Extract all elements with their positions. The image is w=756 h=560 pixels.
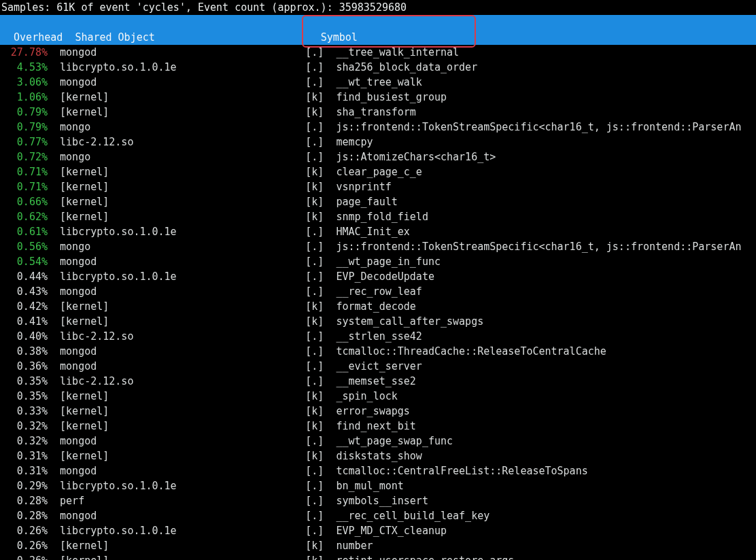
perf-row[interactable]: 0.72% mongo [.] js::AtomizeChars<char16_…: [0, 150, 756, 164]
symbol-name: HMAC_Init_ex: [336, 224, 409, 239]
symbol-name: tcmalloc::CentralFreeList::ReleaseToSpan…: [336, 463, 587, 478]
symbol-tag: [.]: [305, 75, 324, 90]
symbol-tag: [.]: [305, 45, 324, 60]
symbol-tag: [k]: [305, 194, 324, 209]
perf-row[interactable]: 0.31% [kernel] [k] diskstats_show: [0, 449, 756, 463]
symbol-tag: [.]: [305, 239, 324, 254]
perf-row[interactable]: 0.42% [kernel] [k] format_decode: [0, 299, 756, 314]
perf-row[interactable]: 0.31% mongod [.] tcmalloc::CentralFreeLi…: [0, 463, 756, 478]
symbol-name: bn_mul_mont: [336, 478, 403, 493]
shared-object: mongod: [60, 344, 97, 359]
perf-row[interactable]: 0.77% libc-2.12.so [.] memcpy: [0, 135, 756, 150]
symbol-name: number: [336, 538, 373, 553]
symbol-name: __tree_walk_internal: [336, 45, 459, 60]
symbol-tag: [k]: [305, 164, 324, 179]
perf-row[interactable]: 0.71% [kernel] [k] vsnprintf: [0, 179, 756, 194]
perf-row[interactable]: 0.26% libcrypto.so.1.0.1e [.] EVP_MD_CTX…: [0, 523, 756, 538]
shared-object: mongod: [60, 45, 97, 60]
overhead-value: 0.79%: [1, 120, 48, 135]
shared-object: mongo: [60, 239, 90, 254]
overhead-value: 0.28%: [1, 508, 48, 523]
perf-row[interactable]: 0.38% mongod [.] tcmalloc::ThreadCache::…: [0, 344, 756, 359]
symbol-name: snmp_fold_field: [336, 209, 428, 224]
perf-row[interactable]: 3.06% mongod [.] __wt_tree_walk: [0, 75, 756, 90]
overhead-value: 0.29%: [1, 478, 48, 493]
perf-row[interactable]: 0.28% mongod [.] __rec_cell_build_leaf_k…: [0, 508, 756, 523]
perf-row[interactable]: 0.33% [kernel] [k] error_swapgs: [0, 404, 756, 419]
perf-row[interactable]: 0.62% [kernel] [k] snmp_fold_field: [0, 209, 756, 224]
shared-object: [kernel]: [60, 449, 109, 463]
shared-object: libcrypto.so.1.0.1e: [60, 523, 177, 538]
symbol-name: __wt_tree_walk: [336, 75, 422, 90]
symbol-name: __rec_cell_build_leaf_key: [336, 508, 489, 523]
perf-row[interactable]: 4.53% libcrypto.so.1.0.1e [.] sha256_blo…: [0, 60, 756, 75]
symbol-name: __rec_row_leaf: [336, 284, 422, 299]
perf-row[interactable]: 0.29% libcrypto.so.1.0.1e [.] bn_mul_mon…: [0, 478, 756, 493]
symbol-tag: [.]: [305, 523, 324, 538]
perf-row[interactable]: 0.32% [kernel] [k] find_next_bit: [0, 419, 756, 434]
shared-object: [kernel]: [60, 299, 109, 314]
overhead-value: 0.41%: [1, 314, 48, 329]
symbol-name: __evict_server: [336, 359, 422, 374]
header-gap2: [155, 31, 321, 43]
perf-row[interactable]: 0.40% libc-2.12.so [.] __strlen_sse42: [0, 329, 756, 344]
perf-row[interactable]: 0.79% [kernel] [k] sha_transform: [0, 105, 756, 120]
perf-row[interactable]: 0.79% mongo [.] js::frontend::TokenStrea…: [0, 120, 756, 135]
perf-row[interactable]: 0.56% mongo [.] js::frontend::TokenStrea…: [0, 239, 756, 254]
perf-row[interactable]: 1.06% [kernel] [k] find_busiest_group: [0, 90, 756, 105]
symbol-tag: [k]: [305, 179, 324, 194]
header-symbol: Symbol: [321, 31, 358, 43]
shared-object: mongod: [60, 284, 97, 299]
overhead-value: 0.35%: [1, 374, 48, 389]
shared-object: [kernel]: [60, 90, 109, 105]
symbol-name: clear_page_c_e: [336, 164, 422, 179]
perf-row[interactable]: 27.78% mongod [.] __tree_walk_internal: [0, 45, 756, 60]
shared-object: mongo: [60, 120, 90, 135]
overhead-value: 0.43%: [1, 284, 48, 299]
symbol-name: vsnprintf: [336, 179, 391, 194]
symbol-name: symbols__insert: [336, 493, 428, 508]
symbol-tag: [k]: [305, 538, 324, 553]
symbol-tag: [.]: [305, 508, 324, 523]
shared-object: mongo: [60, 150, 90, 164]
shared-object: [kernel]: [60, 538, 109, 553]
column-headers: Overhead Shared Object Symbol: [0, 15, 756, 45]
perf-row[interactable]: 0.43% mongod [.] __rec_row_leaf: [0, 284, 756, 299]
perf-row[interactable]: 0.36% mongod [.] __evict_server: [0, 359, 756, 374]
overhead-value: 0.71%: [1, 179, 48, 194]
shared-object: mongod: [60, 463, 97, 478]
shared-object: mongod: [60, 434, 97, 449]
perf-row[interactable]: 0.44% libcrypto.so.1.0.1e [.] EVP_Decode…: [0, 269, 756, 284]
symbol-name: js::AtomizeChars<char16_t>: [336, 150, 496, 164]
perf-row[interactable]: 0.28% perf [.] symbols__insert: [0, 493, 756, 508]
shared-object: [kernel]: [60, 209, 109, 224]
shared-object: [kernel]: [60, 179, 109, 194]
symbol-name: find_next_bit: [336, 419, 415, 434]
perf-row[interactable]: 0.32% mongod [.] __wt_page_swap_func: [0, 434, 756, 449]
perf-row[interactable]: 0.66% [kernel] [k] page_fault: [0, 194, 756, 209]
perf-row[interactable]: 0.26% [kernel] [k] number: [0, 538, 756, 553]
overhead-value: 0.54%: [1, 254, 48, 269]
perf-row[interactable]: 0.71% [kernel] [k] clear_page_c_e: [0, 164, 756, 179]
perf-row[interactable]: 0.61% libcrypto.so.1.0.1e [.] HMAC_Init_…: [0, 224, 756, 239]
shared-object: [kernel]: [60, 553, 109, 560]
perf-row[interactable]: 0.41% [kernel] [k] system_call_after_swa…: [0, 314, 756, 329]
overhead-value: 0.26%: [1, 538, 48, 553]
overhead-value: 0.62%: [1, 209, 48, 224]
symbol-tag: [.]: [305, 344, 324, 359]
symbol-name: retint_userspace_restore_args: [336, 553, 514, 560]
perf-row[interactable]: 0.35% libc-2.12.so [.] __memset_sse2: [0, 374, 756, 389]
overhead-value: 0.26%: [1, 553, 48, 560]
symbol-tag: [.]: [305, 284, 324, 299]
shared-object: libc-2.12.so: [60, 329, 133, 344]
symbol-name: system_call_after_swapgs: [336, 314, 483, 329]
symbol-name: js::frontend::TokenStreamSpecific<char16…: [336, 239, 741, 254]
perf-row[interactable]: 0.54% mongod [.] __wt_page_in_func: [0, 254, 756, 269]
perf-rows[interactable]: 27.78% mongod [.] __tree_walk_internal4.…: [0, 45, 756, 560]
symbol-name: sha_transform: [336, 105, 415, 120]
perf-row[interactable]: 0.26% [kernel] [k] retint_userspace_rest…: [0, 553, 756, 560]
overhead-value: 0.40%: [1, 329, 48, 344]
perf-row[interactable]: 0.35% [kernel] [k] _spin_lock: [0, 389, 756, 404]
symbol-name: js::frontend::TokenStreamSpecific<char16…: [336, 120, 741, 135]
symbol-tag: [k]: [305, 299, 324, 314]
